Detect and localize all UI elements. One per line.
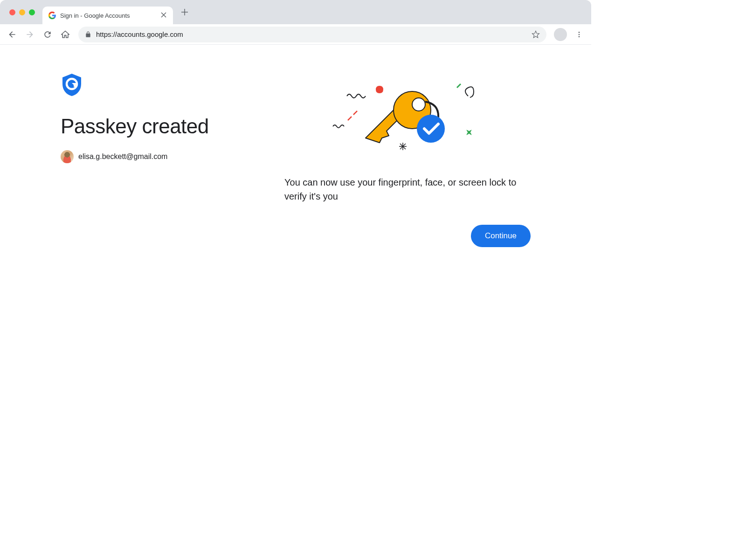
close-window-button[interactable] [9,9,15,15]
tab-bar: Sign in - Google Accounts [0,0,591,24]
button-row: Continue [284,225,531,247]
google-shield-icon [61,73,83,97]
browser-toolbar: https://accounts.google.com [0,24,591,45]
tab-title: Sign in - Google Accounts [60,12,160,19]
left-column: Passkey created elisa.g.beckett@gmail.co… [61,73,266,247]
url-text: https://accounts.google.com [96,30,527,38]
right-column: You can now use your fingerprint, face, … [284,73,531,247]
page-content: Passkey created elisa.g.beckett@gmail.co… [0,45,591,247]
svg-point-12 [412,98,425,111]
svg-point-2 [579,36,580,37]
page-title: Passkey created [61,115,266,138]
forward-button[interactable] [22,27,37,42]
profile-avatar-button[interactable] [554,28,567,41]
svg-point-1 [579,34,580,35]
new-tab-button[interactable] [178,5,192,19]
close-tab-icon[interactable] [160,11,167,20]
svg-line-4 [353,111,357,115]
description-text: You can now use your fingerprint, face, … [284,175,531,203]
lock-icon [85,31,91,38]
account-row: elisa.g.beckett@gmail.com [61,150,266,163]
address-bar[interactable]: https://accounts.google.com [78,27,546,42]
back-button[interactable] [5,27,20,42]
maximize-window-button[interactable] [29,9,35,15]
svg-point-0 [579,32,580,33]
bookmark-star-icon[interactable] [532,30,540,39]
menu-button[interactable] [572,27,587,42]
avatar [61,150,74,163]
browser-tab[interactable]: Sign in - Google Accounts [42,7,173,24]
minimize-window-button[interactable] [19,9,25,15]
svg-point-13 [417,115,445,143]
reload-button[interactable] [40,27,55,42]
home-button[interactable] [58,27,73,42]
browser-window: Sign in - Google Accounts https://accoun… [0,0,591,444]
continue-button[interactable]: Continue [471,225,531,247]
google-favicon-icon [48,11,56,20]
svg-line-6 [457,84,461,88]
window-controls [6,9,40,15]
email-text: elisa.g.beckett@gmail.com [78,152,167,161]
passkey-illustration [319,77,496,161]
svg-line-5 [348,117,352,120]
